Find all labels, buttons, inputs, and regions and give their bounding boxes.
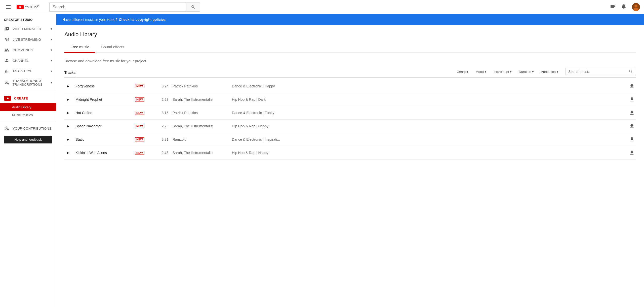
download-button[interactable] xyxy=(628,82,636,90)
search-input[interactable] xyxy=(49,3,186,12)
instrument-label: Instrument xyxy=(494,70,509,74)
tab-sound-effects[interactable]: Sound effects xyxy=(95,42,130,53)
youtube-logo-icon: YouTube CA xyxy=(17,5,39,10)
sidebar-item-analytics[interactable]: ANALYTICS ▾ xyxy=(0,66,56,76)
content-area: Audio Library Free music Sound effects B… xyxy=(56,25,644,166)
chevron-icon: ▾ xyxy=(51,27,52,31)
copyright-link[interactable]: Check its copyright policies xyxy=(119,18,166,22)
track-genre-mood: Dance & Electronic | Happy xyxy=(232,84,624,88)
table-controls: Tracks Genre ▾ Mood ▾ Instrument ▾ xyxy=(64,68,636,78)
sidebar-sub-audio-library[interactable]: Audio Library xyxy=(0,103,56,111)
upload-video-icon[interactable] xyxy=(610,3,616,11)
tab-free-music[interactable]: Free music xyxy=(64,42,95,53)
track-name: Space Navigator xyxy=(75,124,131,128)
download-button[interactable] xyxy=(628,95,636,104)
table-row: ▶ Space Navigator NEW 2:23 Sarah, The Il… xyxy=(64,120,636,133)
sidebar-item-translations[interactable]: TRANSLATIONS & TRANSCRIPTIONS ▾ xyxy=(0,76,56,89)
table-row: ▶ Kickin' It With Aliens NEW 2:45 Sarah,… xyxy=(64,146,636,160)
track-genre-mood: Dance & Electronic | Funky xyxy=(232,111,624,115)
table-row: ▶ Static NEW 3:21 Ramzoid Dance & Electr… xyxy=(64,133,636,146)
hamburger-menu[interactable] xyxy=(4,3,13,11)
help-feedback-button[interactable]: Help and feedback xyxy=(4,136,52,143)
track-name: Hot Coffee xyxy=(75,111,131,115)
track-duration: 3:21 xyxy=(148,137,169,141)
sidebar-label-translations: TRANSLATIONS & TRANSCRIPTIONS xyxy=(13,79,48,86)
sidebar-item-channel[interactable]: CHANNEL ▾ xyxy=(0,55,56,66)
play-button[interactable]: ▶ xyxy=(64,83,71,90)
duration-filter[interactable]: Duration ▾ xyxy=(516,68,537,75)
download-button[interactable] xyxy=(628,135,636,143)
sidebar-label-channel: CHANNEL xyxy=(13,59,48,63)
new-badge: NEW xyxy=(135,97,144,101)
sidebar-label-video-manager: VIDEO MANAGER xyxy=(13,27,48,31)
sidebar-item-live-streaming[interactable]: LIVE STREAMING ▾ xyxy=(0,34,56,45)
duration-chevron-icon: ▾ xyxy=(532,70,534,74)
translations-icon xyxy=(4,80,10,85)
play-button[interactable]: ▶ xyxy=(64,136,71,143)
attribution-filter[interactable]: Attribution ▾ xyxy=(538,68,561,75)
duration-label: Duration xyxy=(519,70,531,74)
instrument-filter[interactable]: Instrument ▾ xyxy=(491,68,515,75)
sidebar-item-create[interactable]: CREATE xyxy=(0,93,56,103)
track-duration: 2:23 xyxy=(148,124,169,128)
search-container xyxy=(49,3,200,12)
track-genre-mood: Hip Hop & Rap | Dark xyxy=(232,97,624,101)
channel-icon xyxy=(4,58,10,63)
audio-library-label: Audio Library xyxy=(12,105,31,109)
track-artist: Patrick Patrikios xyxy=(173,111,228,115)
track-genre-mood: Dance & Electronic | Inspirati... xyxy=(232,137,624,141)
play-button[interactable]: ▶ xyxy=(64,123,71,130)
live-streaming-icon xyxy=(4,37,10,42)
table-row: ▶ Midnight Prophet NEW 2:23 Sarah, The I… xyxy=(64,93,636,106)
sidebar-item-video-manager[interactable]: VIDEO MANAGER ▾ xyxy=(0,24,56,34)
new-badge: NEW xyxy=(135,137,144,141)
track-name: Static xyxy=(75,137,131,141)
new-badge: NEW xyxy=(135,111,144,115)
genre-filter[interactable]: Genre ▾ xyxy=(454,68,471,75)
track-artist: Ramzoid xyxy=(173,137,228,141)
search-music-container xyxy=(566,68,636,75)
sidebar-sub-music-policies[interactable]: Music Policies xyxy=(0,111,56,119)
track-artist: Patrick Patrikios xyxy=(173,84,228,88)
new-badge: NEW xyxy=(135,124,144,128)
notifications-icon[interactable] xyxy=(621,3,627,11)
tab-container: Free music Sound effects xyxy=(64,42,636,53)
mood-chevron-icon: ▾ xyxy=(485,70,487,74)
contributions-icon xyxy=(4,126,10,131)
play-button[interactable]: ▶ xyxy=(64,109,71,116)
music-policies-label: Music Policies xyxy=(12,113,33,117)
download-button[interactable] xyxy=(628,109,636,117)
play-button[interactable]: ▶ xyxy=(64,96,71,103)
track-name: Midnight Prophet xyxy=(75,97,131,101)
video-manager-icon xyxy=(4,26,10,32)
track-duration: 3:15 xyxy=(148,111,169,115)
genre-label: Genre xyxy=(457,70,466,74)
table-row: ▶ Hot Coffee NEW 3:15 Patrick Patrikios … xyxy=(64,106,636,120)
sidebar-label-analytics: ANALYTICS xyxy=(13,69,48,73)
search-music-input[interactable] xyxy=(568,70,627,74)
download-button[interactable] xyxy=(628,149,636,157)
play-button[interactable]: ▶ xyxy=(64,149,71,156)
tracks-column-header: Tracks xyxy=(64,69,75,77)
search-button[interactable] xyxy=(186,3,200,12)
avatar[interactable] xyxy=(632,3,640,11)
track-duration: 3:24 xyxy=(148,84,169,88)
analytics-icon xyxy=(4,68,10,74)
chevron-icon: ▾ xyxy=(51,38,52,41)
download-button[interactable] xyxy=(628,122,636,130)
track-table: ▶ Forgiveness NEW 3:24 Patrick Patrikios… xyxy=(64,80,636,160)
instrument-chevron-icon: ▾ xyxy=(510,70,512,74)
header: YouTube CA xyxy=(0,0,644,14)
genre-chevron-icon: ▾ xyxy=(467,70,468,74)
mood-filter[interactable]: Mood ▾ xyxy=(472,68,490,75)
sidebar-item-community[interactable]: COMMUNITY ▾ xyxy=(0,45,56,55)
banner-text: Have different music in your video? xyxy=(62,18,117,22)
sidebar-divider xyxy=(0,91,56,91)
contributions-label: YOUR CONTRIBUTIONS xyxy=(13,127,52,130)
community-icon xyxy=(4,47,10,53)
logo[interactable]: YouTube CA xyxy=(17,5,39,10)
sidebar-item-contributions[interactable]: YOUR CONTRIBUTIONS xyxy=(0,123,56,134)
track-artist: Sarah, The Illstrumentalist xyxy=(173,151,228,155)
track-genre-mood: Hip Hop & Rap | Happy xyxy=(232,124,624,128)
page-title: Audio Library xyxy=(64,31,636,38)
